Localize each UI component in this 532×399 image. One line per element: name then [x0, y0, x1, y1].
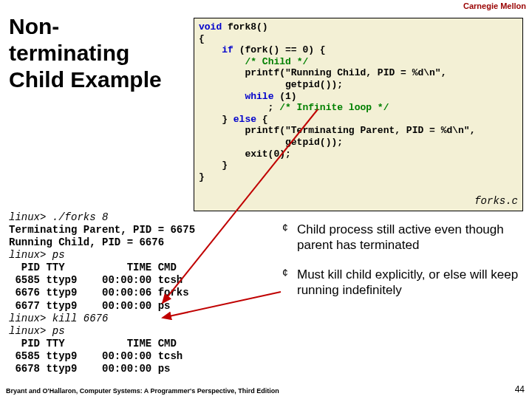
bullet-list: Child process still active even though p… — [282, 222, 525, 311]
code-text — [199, 44, 222, 55]
code-text — [199, 91, 245, 102]
bullet-item: Child process still active even though p… — [282, 222, 525, 253]
keyword: void — [199, 21, 222, 33]
code-text: } — [199, 160, 228, 171]
terminal-output: linux> ./forks 8 Terminating Parent, PID… — [9, 211, 195, 375]
code-text: (1) — [273, 91, 296, 102]
comment: /* Child */ — [245, 56, 308, 67]
code-text — [199, 56, 245, 67]
code-text: printf("Terminating Parent, PID = %d\n", — [199, 125, 475, 136]
code-text: ; — [199, 102, 279, 113]
code-text: getpid()); — [199, 137, 343, 148]
comment: /* Infinite loop */ — [279, 102, 389, 113]
code-listing: void fork8() { if (fork() == 0) { /* Chi… — [194, 18, 523, 211]
code-text: } — [199, 171, 205, 183]
institution-header: Carnegie Mellon — [463, 1, 526, 10]
code-text: { — [199, 33, 205, 44]
bullet-item: Must kill child explicitly, or else will… — [282, 267, 525, 299]
slide-title: Non-terminatingChild Example — [9, 13, 186, 93]
code-text: } — [199, 114, 233, 125]
code-text: { — [256, 114, 268, 125]
code-text: (fork() == 0) { — [233, 44, 326, 55]
code-text: getpid()); — [199, 79, 343, 90]
keyword: while — [245, 91, 273, 102]
keyword: if — [222, 44, 233, 55]
code-text: exit(0); — [199, 149, 291, 160]
code-text: printf("Running Child, PID = %d\n", — [199, 67, 446, 78]
keyword: else — [233, 114, 256, 125]
footer-citation: Bryant and O'Hallaron, Computer Systems:… — [6, 387, 279, 395]
code-filename: forks.c — [474, 195, 518, 208]
slide-number: 44 — [515, 384, 525, 395]
code-text: fork8() — [222, 21, 267, 33]
